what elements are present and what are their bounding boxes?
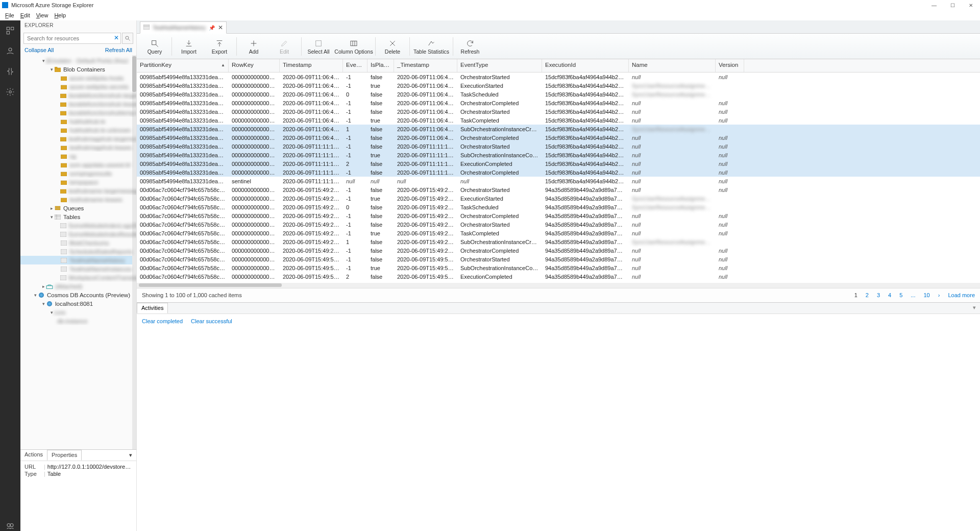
page-5[interactable]: 5: [899, 292, 902, 298]
tree-item[interactable]: sompingsresults: [20, 169, 136, 178]
table-row[interactable]: 00985abf54994e8fa133231deadfa64200000000…: [137, 107, 980, 116]
table-row[interactable]: 00985abf54994e8fa133231deadfa64200000000…: [137, 151, 980, 159]
menu-file[interactable]: File: [2, 11, 17, 19]
page-1[interactable]: 1: [854, 292, 857, 298]
explorer-icon[interactable]: [5, 26, 15, 36]
table-row[interactable]: 00985abf54994e8fa133231deadfa64200000000…: [137, 125, 980, 133]
page-3[interactable]: 3: [877, 292, 880, 298]
tree-item-selected[interactable]: TestHubNameHistory: [20, 256, 136, 264]
tree-item[interactable]: durablefunctionshub-largem: [20, 91, 136, 100]
table-row[interactable]: 00d06ac7c0604cf794fc657b58c4939600000000…: [137, 263, 980, 272]
table-statistics-button[interactable]: Table Statistics: [412, 36, 451, 57]
grid-header[interactable]: PartitionKey▲ RowKey Timestamp EventId I…: [137, 59, 980, 73]
delete-button[interactable]: Delete: [378, 36, 407, 57]
search-input[interactable]: [23, 33, 121, 44]
tree-item[interactable]: durablefunctionshub-leases: [20, 100, 136, 108]
tree-item[interactable]: hubhubhub-le-unknown: [20, 126, 136, 134]
tree-item[interactable]: testhubmagshub-largemes: [20, 134, 136, 143]
table-row[interactable]: 00d06ac7c0604cf794fc657b58c4939600000000…: [137, 211, 980, 220]
load-more-link[interactable]: Load more: [948, 292, 975, 298]
tree-cosmos[interactable]: ▾Cosmos DB Accounts (Preview): [20, 291, 136, 299]
tab-properties[interactable]: Properties: [47, 450, 82, 461]
export-button[interactable]: Export: [205, 36, 234, 57]
resource-tree[interactable]: ▾(Emulator - Default Ports) (Key) ▾Blob …: [20, 55, 136, 449]
table-row[interactable]: 00d06ac7c0604cf794fc657b58c4939600000000…: [137, 194, 980, 203]
col-eventid[interactable]: EventId: [343, 59, 368, 72]
table-row[interactable]: 00d06ac7c0604cf794fc657b58c4939600000000…: [137, 272, 980, 281]
tree-attached[interactable]: ▸(Attached): [20, 282, 136, 291]
tree-item[interactable]: testhubmagshub-leases: [20, 143, 136, 152]
col-timestamp2[interactable]: _Timestamp: [394, 59, 457, 72]
table-row[interactable]: 00d06ac7c0604cf794fc657b58c4939600000000…: [137, 246, 980, 255]
search-button[interactable]: [122, 33, 133, 44]
col-eventtype[interactable]: EventType: [457, 59, 542, 72]
col-timestamp[interactable]: Timestamp: [280, 59, 343, 72]
col-executionid[interactable]: ExecutionId: [542, 59, 629, 72]
collapse-all-link[interactable]: Collapse All: [24, 47, 54, 53]
table-row[interactable]: 00d06ac7c0604cf794fc657b58c4939600000000…: [137, 229, 980, 237]
table-row[interactable]: 00985abf54994e8fa133231deadfa64200000000…: [137, 99, 980, 107]
col-isplayed[interactable]: IsPlayed: [368, 59, 394, 72]
tree-item[interactable]: durablefunctionshubtemp-le: [20, 108, 136, 117]
tree-item[interactable]: testhubname-leases: [20, 195, 136, 204]
tree-item[interactable]: tempspace: [20, 178, 136, 186]
tree-item[interactable]: hubhubhub-le: [20, 117, 136, 126]
table-row[interactable]: 00985abf54994e8fa133231deadfa64200000000…: [137, 168, 980, 177]
tree-item[interactable]: ▾core: [20, 308, 136, 317]
table-row[interactable]: 00985abf54994e8fa133231deadfa642sentinel…: [137, 177, 980, 185]
table-row[interactable]: 00985abf54994e8fa133231deadfa64200000000…: [137, 90, 980, 99]
import-button[interactable]: Import: [174, 36, 204, 57]
account-icon[interactable]: [5, 46, 15, 56]
clear-completed-link[interactable]: Clear completed: [142, 318, 183, 324]
tree-item[interactable]: SomeWebsiteIndexResults: [20, 230, 136, 238]
table-row[interactable]: 00d06ac7c0604cf794fc657b58c4939600000000…: [137, 220, 980, 229]
tree-item[interactable]: azure-webjobs-hosts: [20, 74, 136, 82]
page-4[interactable]: 4: [888, 292, 891, 298]
col-version[interactable]: Version: [716, 59, 744, 72]
tree-item[interactable]: og: [20, 152, 136, 160]
tree-blob-containers[interactable]: ▾Blob Containers: [20, 65, 136, 74]
table-row[interactable]: 00985abf54994e8fa133231deadfa64200000000…: [137, 73, 980, 81]
menu-help[interactable]: Help: [51, 11, 69, 19]
window-minimize[interactable]: ―: [925, 0, 943, 10]
connect-icon[interactable]: [5, 66, 15, 77]
table-row[interactable]: 00d06ac7c0604cf794fc657b58c4939600000000…: [137, 255, 980, 263]
table-row[interactable]: 00985abf54994e8fa133231deadfa64200000000…: [137, 142, 980, 151]
tree-queues[interactable]: ▸Queues: [20, 204, 136, 212]
tree-item[interactable]: ScheduledSalesReports: [20, 247, 136, 256]
clear-successful-link[interactable]: Clear successful: [191, 318, 232, 324]
table-row[interactable]: 00d06ac7c0604cf794fc657b58c4939600000000…: [137, 203, 980, 211]
query-button[interactable]: Query: [140, 36, 169, 57]
tree-item[interactable]: testhubname-largemessages: [20, 186, 136, 195]
tree-emulator[interactable]: ▾(Emulator - Default Ports) (Key): [20, 56, 136, 65]
table-row[interactable]: 00985abf54994e8fa133231deadfa64200000000…: [137, 81, 980, 90]
clear-search-icon[interactable]: ✕: [114, 34, 119, 41]
tree-item[interactable]: BlobCheckums: [20, 238, 136, 247]
tree-item[interactable]: azure-webjobs-secrets: [20, 82, 136, 91]
add-button[interactable]: Add: [239, 36, 268, 57]
table-row[interactable]: 00d06ac7c0604cf794fc657b58c4939600000000…: [137, 185, 980, 194]
tree-item[interactable]: WorkplaceContentTranslator: [20, 273, 136, 282]
pin-icon[interactable]: 📌: [209, 25, 215, 31]
col-name[interactable]: Name: [629, 59, 716, 72]
table-row[interactable]: 00985abf54994e8fa133231deadfa64200000000…: [137, 159, 980, 168]
table-row[interactable]: 00d06ac7c0604cf794fc657b58c4939600000000…: [137, 237, 980, 246]
tree-item[interactable]: db-instance: [20, 317, 136, 325]
close-tab-icon[interactable]: ✕: [218, 24, 223, 31]
refresh-button[interactable]: Refresh: [455, 36, 485, 57]
menu-edit[interactable]: Edit: [17, 11, 33, 19]
feedback-icon[interactable]: [5, 521, 15, 531]
page-2[interactable]: 2: [866, 292, 869, 298]
col-rowkey[interactable]: RowKey: [229, 59, 280, 72]
page-10[interactable]: 10: [923, 292, 929, 298]
grid-body[interactable]: 00985abf54994e8fa133231deadfa64200000000…: [137, 73, 980, 283]
table-row[interactable]: 00985abf54994e8fa133231deadfa64200000000…: [137, 116, 980, 125]
properties-dropdown[interactable]: ▾: [125, 450, 136, 461]
window-close[interactable]: ✕: [962, 0, 980, 10]
window-maximize[interactable]: ☐: [943, 0, 962, 10]
page-next[interactable]: ›: [938, 292, 940, 298]
settings-icon[interactable]: [5, 87, 15, 97]
column-options-button[interactable]: Column Options: [334, 36, 373, 57]
tree-item[interactable]: som-appdata-uswest-bl: [20, 160, 136, 169]
table-row[interactable]: 00985abf54994e8fa133231deadfa64200000000…: [137, 133, 980, 142]
